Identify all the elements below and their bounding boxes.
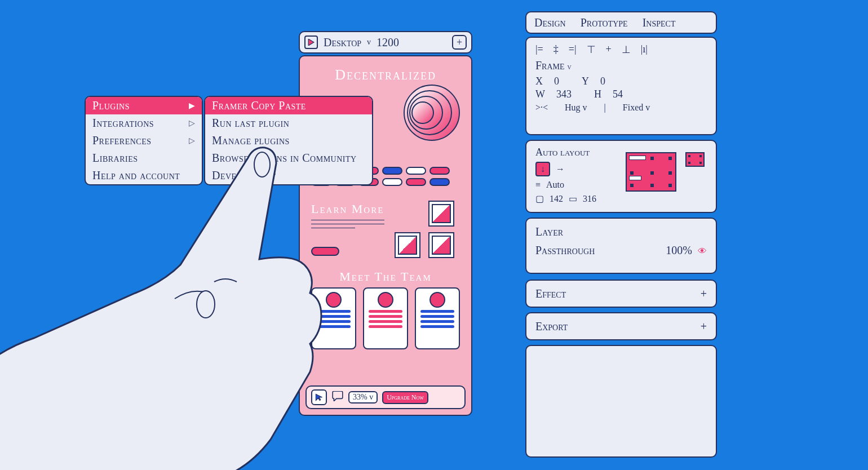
chevron-right-icon: ▷ — [189, 136, 196, 145]
section-title-1: Decentralized — [300, 66, 471, 83]
opacity-value[interactable]: 100% — [666, 244, 692, 256]
layer-title: Layer — [535, 225, 707, 238]
menu-item-framer-copy-paste[interactable]: Framer Copy Paste — [205, 97, 372, 114]
effect-title: Effect — [535, 287, 566, 300]
inspector-tabs: Design Prototype Inspect — [525, 11, 717, 34]
swirl-graphic — [404, 85, 460, 141]
autolayout-panel: Auto layout ↓ → ≡ Auto ▢142 ▭316 — [525, 140, 717, 213]
section-title-2: Learn More — [311, 202, 384, 216]
spacing-mode-label[interactable]: Auto — [546, 180, 564, 190]
x-value[interactable]: 0 — [554, 76, 559, 87]
align-bottom-icon[interactable]: ⊥ — [622, 43, 631, 56]
device-label[interactable]: Desktop — [324, 36, 361, 49]
align-right-icon[interactable]: =| — [569, 43, 577, 56]
padding-v-value[interactable]: 316 — [583, 194, 596, 204]
canvas-header: Desktop v 1200 + — [299, 31, 472, 54]
padding-icon: ▭ — [569, 193, 577, 204]
team-card — [415, 287, 460, 349]
direction-horizontal-icon[interactable]: → — [556, 164, 565, 174]
autolayout-title: Auto layout — [535, 147, 707, 158]
align-left-icon[interactable]: |= — [535, 43, 543, 56]
x-label: X — [535, 76, 543, 87]
align-vcenter-icon[interactable]: + — [606, 43, 612, 56]
align-hcenter-icon[interactable]: ‡ — [553, 43, 559, 56]
align-tools: |= ‡ =| ⊤ + ⊥ |ı| — [535, 43, 707, 56]
direction-vertical-button[interactable]: ↓ — [535, 162, 550, 176]
team-card — [363, 287, 408, 349]
h-label: H — [594, 88, 601, 100]
menu-item-help[interactable]: Help and account — [86, 167, 202, 184]
menu-item-preferences[interactable]: Preferences▷ — [86, 132, 202, 149]
context-menu-main: Plugins▶ Integrations▷ Preferences▷ Libr… — [85, 96, 203, 185]
team-row — [300, 287, 471, 349]
resize-v-icon: | — [604, 103, 606, 113]
layer-panel: Layer Passthrough 100% 👁 — [525, 218, 717, 274]
padding-icon: ▢ — [535, 193, 544, 204]
y-value[interactable]: 0 — [600, 76, 605, 87]
section-title-3: Meet The Team — [300, 269, 471, 284]
zoom-display[interactable]: 33% v — [348, 391, 378, 404]
effect-panel: Effect + — [525, 280, 717, 308]
visibility-toggle-icon[interactable]: 👁 — [698, 246, 707, 256]
menu-item-browse-community[interactable]: Browse plugins in Community — [205, 149, 372, 167]
canvas-width: 1200 — [377, 36, 399, 49]
menu-item-manage[interactable]: Manage plugins — [205, 132, 372, 149]
add-effect-button[interactable]: + — [701, 287, 707, 300]
cursor-tool[interactable] — [311, 389, 327, 405]
align-top-icon[interactable]: ⊤ — [587, 43, 596, 56]
menu-item-libraries[interactable]: Libraries — [86, 149, 202, 167]
fixed-dropdown[interactable]: Fixed v — [623, 103, 650, 113]
image-tile — [428, 232, 454, 258]
cta-button-placeholder — [311, 247, 339, 256]
frame-dropdown[interactable]: Frame v — [535, 59, 707, 72]
blend-mode-dropdown[interactable]: Passthrough — [535, 244, 595, 257]
blank-panel — [525, 345, 717, 458]
frame-panel: |= ‡ =| ⊤ + ⊥ |ı| Frame v X0 Y0 W343 H54… — [525, 37, 717, 135]
add-export-button[interactable]: + — [701, 320, 707, 333]
menu-item-integrations[interactable]: Integrations▷ — [86, 114, 202, 132]
svg-point-2 — [197, 291, 215, 318]
export-panel: Export + — [525, 312, 717, 340]
w-value[interactable]: 343 — [556, 88, 572, 100]
hug-dropdown[interactable]: Hug v — [565, 103, 587, 113]
padding-h-value[interactable]: 142 — [550, 194, 563, 204]
context-menu-plugins: Framer Copy Paste Run last plugin Manage… — [204, 96, 373, 185]
y-label: Y — [582, 76, 589, 87]
add-frame-button[interactable]: + — [452, 35, 467, 50]
canvas-footer: 33% v Upgrade Now — [305, 385, 466, 409]
alignment-mini[interactable] — [685, 152, 705, 167]
image-tile — [428, 201, 454, 227]
resize-h-icon: >·< — [535, 103, 548, 113]
spacing-mode-icon: ≡ — [535, 180, 541, 190]
h-value[interactable]: 54 — [613, 88, 623, 100]
comment-tool[interactable] — [331, 391, 344, 404]
chevron-down-icon: v — [367, 38, 371, 47]
tab-design[interactable]: Design — [534, 16, 566, 29]
menu-item-plugins[interactable]: Plugins▶ — [86, 97, 202, 114]
export-title: Export — [535, 320, 568, 333]
tab-prototype[interactable]: Prototype — [581, 16, 628, 29]
team-card — [311, 287, 356, 349]
alignment-grid[interactable] — [626, 152, 676, 192]
menu-item-development[interactable]: Development — [205, 167, 372, 184]
distribute-icon[interactable]: |ı| — [641, 43, 648, 56]
tab-inspect[interactable]: Inspect — [643, 16, 676, 29]
svg-marker-0 — [308, 39, 314, 46]
image-tile — [395, 232, 420, 258]
text-lines — [311, 220, 384, 232]
w-label: W — [535, 88, 545, 100]
chevron-right-icon: ▷ — [189, 118, 196, 128]
upgrade-button[interactable]: Upgrade Now — [382, 391, 428, 404]
menu-item-run-last[interactable]: Run last plugin — [205, 114, 372, 132]
play-button[interactable] — [304, 36, 318, 49]
chevron-right-icon: ▶ — [189, 101, 196, 110]
